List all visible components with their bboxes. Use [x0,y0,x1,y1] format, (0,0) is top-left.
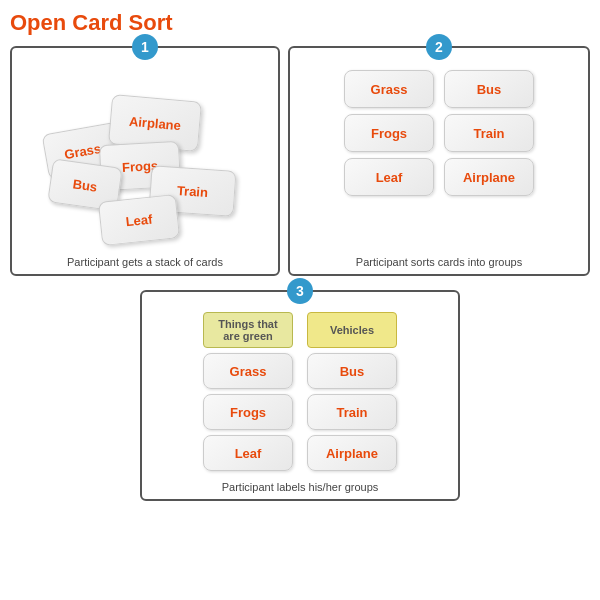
step3-group-col: Things that are greenGrassFrogsLeaf [203,312,293,471]
step3-badge: 3 [287,278,313,304]
step2-badge: 2 [426,34,452,60]
sort-card: Airplane [444,158,534,196]
step3-wrapper: 3 Things that are greenGrassFrogsLeafVeh… [140,290,460,501]
page-title: Open Card Sort [10,10,590,36]
labeled-card: Leaf [203,435,293,471]
labeled-card: Bus [307,353,397,389]
step2-box: 2 GrassFrogsLeafBusTrainAirplane Partici… [288,46,590,276]
labeled-card: Train [307,394,397,430]
step2-group-col: GrassFrogsLeaf [344,70,434,196]
step3-box: 3 Things that are greenGrassFrogsLeafVeh… [140,290,460,501]
group-label: Vehicles [307,312,397,348]
step2-group-col: BusTrainAirplane [444,70,534,196]
pile-card: Leaf [98,194,180,246]
step3-caption: Participant labels his/her groups [142,481,458,493]
step2-caption: Participant sorts cards into groups [290,256,588,268]
diagrams-container: 1 GrassAirplaneFrogsBusTrainLeaf Partici… [10,46,590,501]
labeled-card: Airplane [307,435,397,471]
step3-groups: Things that are greenGrassFrogsLeafVehic… [158,312,442,471]
group-label: Things that are green [203,312,293,348]
cards-pile: GrassAirplaneFrogsBusTrainLeaf [45,68,245,243]
step1-caption: Participant gets a stack of cards [12,256,278,268]
step3-group-col: VehiclesBusTrainAirplane [307,312,397,471]
labeled-card: Frogs [203,394,293,430]
step1-box: 1 GrassAirplaneFrogsBusTrainLeaf Partici… [10,46,280,276]
top-row: 1 GrassAirplaneFrogsBusTrainLeaf Partici… [10,46,590,276]
step1-badge: 1 [132,34,158,60]
labeled-card: Grass [203,353,293,389]
step2-groups: GrassFrogsLeafBusTrainAirplane [300,70,578,196]
sort-card: Train [444,114,534,152]
sort-card: Bus [444,70,534,108]
sort-card: Leaf [344,158,434,196]
sort-card: Frogs [344,114,434,152]
sort-card: Grass [344,70,434,108]
bottom-row: 3 Things that are greenGrassFrogsLeafVeh… [10,290,590,501]
